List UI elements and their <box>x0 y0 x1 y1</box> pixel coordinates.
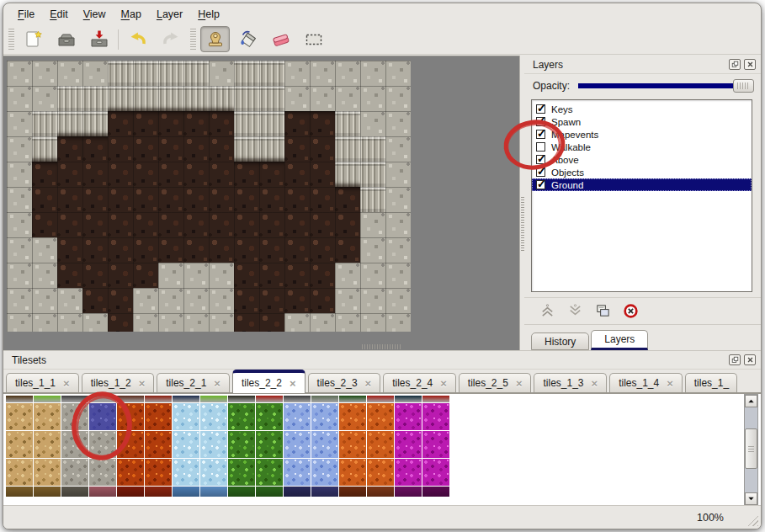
map-tile-rock[interactable] <box>335 288 360 313</box>
palette-tile-green[interactable] <box>228 431 255 458</box>
map-tile-floor[interactable] <box>284 288 310 313</box>
map-tile-floor[interactable] <box>183 187 209 212</box>
map-tile-rock[interactable] <box>360 61 385 86</box>
palette-tile-magenta[interactable] <box>395 459 422 486</box>
palette-tile-peri[interactable] <box>311 459 338 486</box>
map-tile-floor[interactable] <box>183 237 209 263</box>
palette-tile-gray[interactable] <box>61 459 88 486</box>
palette-tile-selected[interactable] <box>89 403 116 430</box>
map-tile-floor[interactable] <box>133 212 158 237</box>
tileset-tab-tiles_1_2[interactable]: tiles_1_2× <box>82 373 155 392</box>
map-tile-rock[interactable] <box>133 288 158 313</box>
palette-tile-partial[interactable] <box>228 487 255 497</box>
palette-tile-orange[interactable] <box>367 431 394 458</box>
map-tile-cliff[interactable] <box>32 111 57 136</box>
dock-tab-layers[interactable]: Layers <box>591 330 648 350</box>
map-tile-floor[interactable] <box>57 212 82 237</box>
map-tile-cliff[interactable] <box>259 136 284 162</box>
map-tile-floor[interactable] <box>310 111 335 136</box>
palette-tile-peri[interactable] <box>284 403 311 430</box>
map-tile-cliff[interactable] <box>234 86 259 111</box>
palette-tile-ice[interactable] <box>200 431 227 458</box>
map-tile-floor[interactable] <box>183 212 209 237</box>
map-tile-floor[interactable] <box>234 263 259 288</box>
layer-visibility-checkbox[interactable] <box>536 142 545 152</box>
map-tile-floor[interactable] <box>108 162 133 187</box>
map-tile-floor[interactable] <box>57 162 82 187</box>
palette-tile-partial[interactable] <box>256 396 283 402</box>
map-tile-rock[interactable] <box>335 263 360 288</box>
map-tile-floor[interactable] <box>158 212 183 237</box>
map-tile-rock[interactable] <box>32 237 57 263</box>
map-tile-rock[interactable] <box>7 136 32 162</box>
map-tile-floor[interactable] <box>284 212 310 237</box>
map-tile-rock[interactable] <box>158 313 183 332</box>
map-tile-rock[interactable] <box>7 111 32 136</box>
map-tile-floor[interactable] <box>284 263 310 288</box>
map-tile-floor[interactable] <box>158 162 183 187</box>
palette-scrollbar[interactable] <box>744 394 758 506</box>
save-tool-icon[interactable] <box>84 26 114 52</box>
map-tile-floor[interactable] <box>310 162 335 187</box>
map-tile-rock[interactable] <box>7 212 32 237</box>
map-tile-cliff[interactable] <box>183 61 209 86</box>
map-tile-cliff[interactable] <box>82 86 108 111</box>
menu-item-layer[interactable]: Layer <box>149 5 190 24</box>
map-tile-rock[interactable] <box>385 288 411 313</box>
map-tile-rock[interactable] <box>183 313 209 332</box>
map-tile-rock[interactable] <box>32 61 57 86</box>
opacity-slider[interactable] <box>578 79 754 93</box>
map-tile-rock[interactable] <box>32 263 57 288</box>
palette-tile-partial[interactable] <box>34 396 61 402</box>
map-tile-rock[interactable] <box>57 313 82 332</box>
toolbar-drag-handle[interactable] <box>190 29 196 51</box>
map-tile-rock[interactable] <box>385 212 411 237</box>
stamp-tool-icon[interactable] <box>200 26 230 52</box>
palette-tile-tan[interactable] <box>6 431 33 458</box>
map-tile-floor[interactable] <box>82 263 108 288</box>
close-tab-icon[interactable]: × <box>440 377 447 390</box>
map-tile-floor[interactable] <box>82 187 108 212</box>
palette-tile-tan[interactable] <box>6 459 33 486</box>
map-canvas-viewport[interactable] <box>3 56 519 350</box>
map-tile-floor[interactable] <box>284 136 310 162</box>
palette-tile-gray[interactable] <box>61 403 88 430</box>
horizontal-splitter-handle[interactable] <box>362 344 401 349</box>
map-tile-rock[interactable] <box>32 288 57 313</box>
close-tab-icon[interactable]: × <box>63 377 70 390</box>
palette-tile-tan[interactable] <box>34 459 61 486</box>
layer-visibility-checkbox[interactable] <box>536 130 545 139</box>
map-tile-floor[interactable] <box>335 187 360 212</box>
map-tile-rock[interactable] <box>310 313 335 332</box>
map-tile-floor[interactable] <box>310 212 335 237</box>
map-tile-rock[interactable] <box>32 313 57 332</box>
palette-tile-partial[interactable] <box>34 487 61 497</box>
map-tile-rock[interactable] <box>209 263 234 288</box>
map-tile-floor[interactable] <box>310 263 335 288</box>
map-tile-rock[interactable] <box>7 162 32 187</box>
map-tile-rock[interactable] <box>360 288 385 313</box>
map-tile-rock[interactable] <box>360 263 385 288</box>
tileset-tab-tiles_2_2[interactable]: tiles_2_2× <box>232 370 305 393</box>
layer-row-objects[interactable]: Objects <box>532 166 752 178</box>
close-tab-icon[interactable]: × <box>736 377 737 390</box>
map-tile-rock[interactable] <box>310 61 335 86</box>
lower-layer-icon[interactable] <box>566 302 584 321</box>
map-tile-floor[interactable] <box>259 313 284 332</box>
palette-tile-partial[interactable] <box>61 487 88 497</box>
palette-tile-green[interactable] <box>256 403 283 430</box>
map-tile-rock[interactable] <box>335 61 360 86</box>
map-tile-floor[interactable] <box>82 288 108 313</box>
map-tile-rock[interactable] <box>57 61 82 86</box>
palette-tile-partial[interactable] <box>173 396 199 402</box>
map-tile-floor[interactable] <box>82 162 108 187</box>
tileset-tab-tiles_2_4[interactable]: tiles_2_4× <box>383 373 456 392</box>
map-tile-cliff[interactable] <box>108 61 133 86</box>
palette-tile-partial[interactable] <box>200 487 227 497</box>
layer-visibility-checkbox[interactable] <box>536 104 545 114</box>
redo-tool-icon[interactable] <box>156 26 185 52</box>
layer-row-ground[interactable]: Ground <box>532 178 752 191</box>
map-tile-floor[interactable] <box>284 187 310 212</box>
palette-tile-partial[interactable] <box>284 396 311 402</box>
new-file-tool-icon[interactable] <box>19 26 48 52</box>
